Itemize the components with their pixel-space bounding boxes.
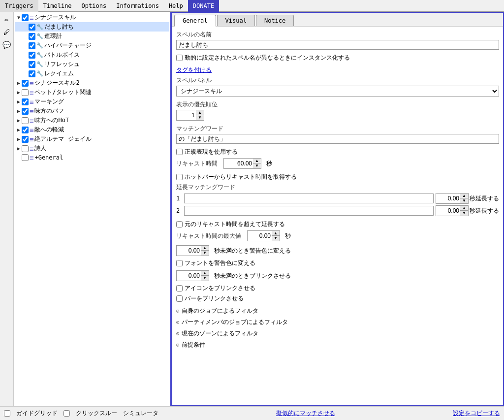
tree-item-synergy[interactable]: ▼ ≡ シナジースキル [15, 13, 169, 22]
recast-input[interactable] [223, 158, 253, 169]
blink-up[interactable]: ▲ [201, 271, 209, 276]
ext-row2-up[interactable]: ▲ [460, 206, 468, 211]
list-icon: ≡ [30, 107, 33, 115]
tree-item-synergy2[interactable]: ▶ ≡ シナジースキル2 [15, 78, 169, 88]
comment-icon[interactable]: 💬 [1, 39, 12, 50]
ext-row2-input[interactable] [184, 206, 434, 216]
tree-arrow: ▶ [16, 146, 22, 151]
tree-item-general[interactable]: ≡ +General [15, 153, 169, 162]
ext-row1-up[interactable]: ▲ [460, 194, 468, 198]
clickthrough-checkbox[interactable] [63, 410, 70, 417]
guide-checkbox[interactable] [4, 410, 10, 417]
instance-checkbox[interactable] [176, 55, 183, 61]
tree-check-general[interactable] [22, 154, 29, 161]
priority-group: 表示の優先順位 ▲ ▼ [176, 100, 499, 121]
tree-check-mitigation[interactable] [22, 127, 29, 133]
tree-label-hot: 味方へのHoT [34, 116, 69, 125]
bar-blink-row: バーをブリンクさせる [176, 294, 499, 303]
ext-row2-sec[interactable] [436, 205, 460, 216]
filter3-row[interactable]: ⊙ 現在のゾーンによるフィルタ [176, 329, 499, 338]
tree-item-renkan[interactable]: 🔧 連環計 [15, 32, 169, 41]
edit-icon[interactable]: ✏ [1, 14, 12, 25]
menu-timeline[interactable]: Timeline [38, 0, 77, 12]
tag-link[interactable]: タグを付ける [176, 66, 212, 74]
tree-item-pet[interactable]: ▶ ≡ ペット/タレット関連 [15, 88, 169, 97]
tree-check-ultima[interactable] [22, 136, 29, 143]
tree-item-bard[interactable]: ▶ ≡ 詩人 [15, 144, 169, 153]
tab-notice[interactable]: Notice [256, 15, 294, 26]
tree-item-mitigation[interactable]: ▶ ≡ 敵への軽減 [15, 125, 169, 134]
tree-item-damashi[interactable]: 🔧 だまし討ち [15, 22, 169, 32]
tree-check-synergy2[interactable] [22, 80, 29, 87]
menu-help[interactable]: Help [164, 0, 188, 12]
tree-item-hyper[interactable]: 🔧 ハイパーチャージ [15, 41, 169, 50]
copy-link[interactable]: 設定をコピーする [453, 409, 500, 418]
max-recast-down[interactable]: ▼ [272, 236, 280, 241]
filter2-row[interactable]: ⊙ パーティメンバのジョブによるフィルタ [176, 318, 499, 326]
warn-up[interactable]: ▲ [201, 246, 209, 251]
max-recast-input[interactable] [247, 230, 272, 241]
font-warn-checkbox[interactable] [176, 260, 183, 266]
spell-panel-label: スペルパネル [176, 76, 499, 85]
priority-input[interactable] [176, 110, 196, 121]
fuzzy-link[interactable]: 擬似的にマッチさせる [276, 409, 335, 418]
ext-row1-input[interactable] [184, 194, 434, 203]
donate-button[interactable]: DONATE [188, 0, 219, 12]
spell-name-input[interactable] [176, 40, 499, 50]
hotbar-checkbox[interactable] [176, 174, 183, 180]
warn-label: 秒未満のとき警告色に変える [214, 247, 291, 255]
menu-informations[interactable]: Informations [111, 0, 164, 12]
priority-up[interactable]: ▲ [196, 110, 204, 115]
warn-down[interactable]: ▼ [201, 251, 209, 256]
priority-field: ▲ ▼ [176, 110, 499, 121]
tree-check-bard[interactable] [22, 145, 29, 152]
tree-check-hot[interactable] [22, 117, 29, 124]
tab-visual[interactable]: Visual [217, 15, 255, 26]
ext-row1-sec[interactable] [436, 193, 460, 204]
tree-item-ally-buff[interactable]: ▶ ≡ 味方のバフ [15, 106, 169, 116]
exceed-label: 元のリキャスト時間を超えて延長する [185, 220, 285, 228]
priority-down[interactable]: ▼ [196, 115, 204, 120]
bar-blink-checkbox[interactable] [176, 295, 183, 302]
recast-up[interactable]: ▲ [253, 159, 261, 163]
icon-blink-checkbox[interactable] [176, 285, 183, 291]
tree-check-marking[interactable] [22, 98, 29, 105]
max-recast-up[interactable]: ▲ [272, 231, 280, 236]
tree-item-refresh[interactable]: 🔧 リフレッシュ [15, 60, 169, 69]
blink-input[interactable] [176, 270, 201, 281]
tree-item-marking[interactable]: ▶ ≡ マーキング [15, 97, 169, 106]
regex-checkbox[interactable] [176, 149, 183, 155]
menu-triggers[interactable]: Triggers [0, 0, 38, 12]
exceed-checkbox[interactable] [176, 221, 183, 227]
warn-input[interactable] [176, 245, 201, 256]
tree-check-damashi[interactable] [29, 24, 35, 31]
tree-check-requiem[interactable] [29, 70, 35, 77]
spell-panel-select[interactable]: シナジースキル [176, 86, 499, 97]
tree-check-refresh[interactable] [29, 61, 35, 68]
tree-check-hyper[interactable] [29, 42, 35, 49]
tree-item-battle[interactable]: 🔧 バトルボイス [15, 50, 169, 60]
tree-item-requiem[interactable]: 🔧 レクイエム [15, 69, 169, 78]
tree-item-hot[interactable]: ▶ ≡ 味方へのHoT [15, 116, 169, 125]
wrench-icon: 🔧 [36, 42, 43, 49]
recast-down[interactable]: ▼ [253, 163, 261, 168]
menu-options[interactable]: Options [77, 0, 112, 12]
tree-check-battle[interactable] [29, 52, 35, 59]
filter1-row[interactable]: ⊙ 自身のジョブによるフィルタ [176, 307, 499, 315]
tree-check-ally-buff[interactable] [22, 108, 29, 115]
regex-label: 正規表現を使用する [185, 148, 238, 156]
matching-word-input[interactable] [176, 134, 499, 144]
filter4-row[interactable]: ⊙ 前提条件 [176, 341, 499, 349]
tree-check-synergy[interactable] [22, 14, 29, 21]
tree-check-pet[interactable] [22, 89, 29, 96]
tree-check-renkan[interactable] [29, 33, 35, 40]
recast-unit: 秒 [266, 160, 272, 168]
icon-blink-label: アイコンをブリンクさせる [185, 284, 255, 292]
ext-row-2: 2 ▲ ▼ 秒延長する [176, 205, 499, 216]
ext-row1-down[interactable]: ▼ [460, 198, 468, 203]
tab-general[interactable]: General [174, 15, 216, 27]
ext-row2-down[interactable]: ▼ [460, 211, 468, 216]
tree-item-ultima[interactable]: ▶ ≡ 絶アルテマ ジェイル [15, 134, 169, 144]
blink-down[interactable]: ▼ [201, 276, 209, 281]
pencil-icon[interactable]: 🖊 [1, 27, 12, 37]
